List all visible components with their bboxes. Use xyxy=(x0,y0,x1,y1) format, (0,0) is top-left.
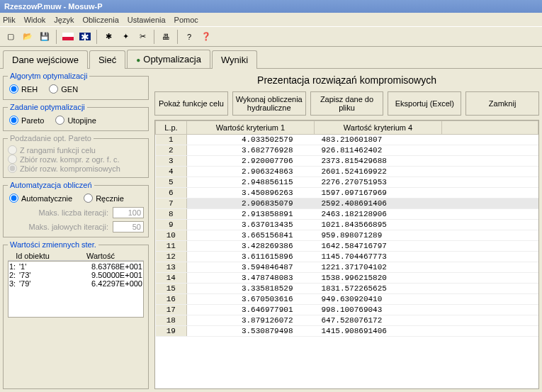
ster-list[interactable]: 1:'1'8.63768E+0012:'73'9.50000E+0013:'79… xyxy=(8,261,144,318)
radio-label: GEN xyxy=(61,85,78,94)
menubar: PlikWidokJęzykObliczeniaUstawieniaPomoc xyxy=(0,13,542,27)
run-cut-icon[interactable]: ✂ xyxy=(135,29,150,45)
table-row[interactable]: 42.9063248632601.524169922 xyxy=(156,167,538,177)
button-1[interactable]: Wykonaj obliczenia hydrauliczne xyxy=(232,91,306,116)
radio-task-opts-0[interactable] xyxy=(9,116,18,125)
tab-strip: Dane wejścioweSiećOptymalizacjaWyniki xyxy=(0,47,542,68)
button-3[interactable]: Eksportuj (Excel) xyxy=(388,91,461,116)
legend-subpareto: Podzadanie opt. Pareto xyxy=(8,134,94,142)
label-max-iter: Maks. liczba iteracji: xyxy=(39,208,108,217)
table-row[interactable]: 72.9068350792592.408691406 xyxy=(156,198,538,209)
table-row[interactable]: 143.4787480831538.996215820 xyxy=(156,273,538,284)
tab-2[interactable]: Optymalizacja xyxy=(127,50,210,68)
legend-algorithm: Algorytm optymalizacji xyxy=(8,72,89,80)
radio-subpareto-opts-2 xyxy=(8,164,17,173)
col-header-0[interactable]: L.p. xyxy=(156,121,187,135)
table-row[interactable]: 52.9488561152276.270751953 xyxy=(156,177,538,188)
radio-task-opts-1[interactable] xyxy=(55,116,64,125)
save-icon[interactable]: 💾 xyxy=(37,29,52,45)
radio-auto-opts-1[interactable] xyxy=(84,194,93,203)
menu-pomoc[interactable]: Pomoc xyxy=(174,16,198,24)
run-black-icon[interactable]: ✱ xyxy=(101,29,116,45)
table-row[interactable]: 133.5948464871221.371704102 xyxy=(156,262,538,273)
legend-task: Zadanie optymalizacji xyxy=(8,103,87,111)
menu-widok[interactable]: Widok xyxy=(24,16,46,24)
open-icon[interactable]: 📂 xyxy=(20,29,35,45)
help-ex-icon[interactable]: ❓ xyxy=(198,29,214,45)
groupbox-algorithm: Algorytm optymalizacji REHGEN xyxy=(3,72,149,100)
radio-label: Utopijne xyxy=(67,116,96,125)
groupbox-subpareto: Podzadanie opt. Pareto Z rangami funkcji… xyxy=(3,134,149,178)
radio-label: Automatycznie xyxy=(21,194,72,203)
table-row[interactable]: 63.4508962631597.097167969 xyxy=(156,188,538,198)
menu-obliczenia[interactable]: Obliczenia xyxy=(82,16,118,24)
radio-label: Zbiór rozw. kompr. z ogr. f. c. xyxy=(20,155,120,164)
menu-ustawienia[interactable]: Ustawienia xyxy=(128,16,166,24)
groupbox-auto: Automatyzacja obliczeń AutomatycznieRęcz… xyxy=(3,181,149,237)
radio-auto-opts-0[interactable] xyxy=(9,194,18,203)
table-row[interactable]: 32.9200077062373.815429688 xyxy=(156,156,538,167)
tab-3[interactable]: Wyniki xyxy=(212,50,257,69)
table-row[interactable]: 113.4282693861642.584716797 xyxy=(156,241,538,252)
ster-col-val: Wartość xyxy=(57,252,144,260)
button-2[interactable]: Zapisz dane do pliku xyxy=(310,91,384,116)
table-row[interactable]: 193.5308794981415.908691406 xyxy=(156,326,538,337)
window-titlebar: RzeszowP.muw - Mosuw-P xyxy=(0,0,542,13)
radio-label: Ręcznie xyxy=(96,194,124,203)
table-row[interactable]: 163.670503616949.630920410 xyxy=(156,294,538,305)
table-row[interactable]: 82.9138588912463.182128906 xyxy=(156,209,538,220)
flag-pl-icon[interactable] xyxy=(60,29,76,45)
results-grid[interactable]: L.p.Wartość kryterium 1Wartość kryterium… xyxy=(154,120,539,389)
col-header-1[interactable]: Wartość kryterium 1 xyxy=(187,121,315,135)
ster-row[interactable]: 2:'73'9.50000E+001 xyxy=(9,271,142,279)
radio-subpareto-opts-0 xyxy=(8,145,17,155)
col-header-2[interactable]: Wartość kryterium 4 xyxy=(315,121,442,135)
print-icon[interactable]: 🖶 xyxy=(158,29,174,45)
table-row[interactable]: 173.646977901998.100769043 xyxy=(156,305,538,315)
printer-icon[interactable]: ✦ xyxy=(118,29,133,45)
panel-title: Prezentacja rozwiązań kompromisowych xyxy=(154,74,539,86)
table-row[interactable]: 23.682776928926.811462402 xyxy=(156,145,538,156)
new-icon[interactable]: ▢ xyxy=(3,29,18,45)
radio-label: Pareto xyxy=(21,116,44,125)
label-idle-iter: Maks. jałowych iteracji: xyxy=(29,223,108,231)
help-q-icon[interactable]: ? xyxy=(181,29,197,45)
tab-0[interactable]: Dane wejściowe xyxy=(3,50,88,69)
ster-row[interactable]: 3:'79'6.42297E+000 xyxy=(9,279,142,288)
toolbar: ▢📂💾✱✦✂🖶?❓ xyxy=(0,27,542,47)
input-idle-iter[interactable] xyxy=(113,221,144,233)
radio-algo-opts-1[interactable] xyxy=(49,84,58,94)
legend-ster: Wartości zmiennych ster. xyxy=(8,240,98,249)
ster-row[interactable]: 1:'1'8.63768E+001 xyxy=(9,262,142,271)
table-row[interactable]: 183.879126072647.528076172 xyxy=(156,315,538,326)
ster-col-id: Id obiektu xyxy=(8,252,57,260)
groupbox-ster: Wartości zmiennych ster. Id obiektu Wart… xyxy=(3,240,149,389)
radio-subpareto-opts-1 xyxy=(8,155,17,164)
table-row[interactable]: 123.6116158961145.704467773 xyxy=(156,252,538,262)
button-4[interactable]: Zamknij xyxy=(465,91,539,116)
input-max-iter[interactable] xyxy=(113,207,144,218)
menu-plik[interactable]: Plik xyxy=(3,16,16,24)
radio-label: REH xyxy=(21,85,38,94)
radio-label: Zbiór rozw. kompromisowych xyxy=(20,164,120,173)
groupbox-task: Zadanie optymalizacji ParetoUtopijne xyxy=(3,103,149,131)
menu-język[interactable]: Język xyxy=(54,16,74,24)
radio-label: Z rangami funkcji celu xyxy=(20,146,96,155)
table-row[interactable]: 103.665156841959.898071289 xyxy=(156,230,538,241)
tab-1[interactable]: Sieć xyxy=(89,50,125,69)
table-row[interactable]: 153.3358185291831.572265625 xyxy=(156,284,538,294)
table-row[interactable]: 93.6370134351021.843566895 xyxy=(156,220,538,230)
button-0[interactable]: Pokaż funkcje celu xyxy=(154,91,228,116)
table-row[interactable]: 14.033502579483.210601807 xyxy=(156,135,538,145)
flag-uk-icon[interactable] xyxy=(77,29,93,45)
legend-auto: Automatyzacja obliczeń xyxy=(8,181,94,189)
radio-algo-opts-0[interactable] xyxy=(9,84,18,94)
